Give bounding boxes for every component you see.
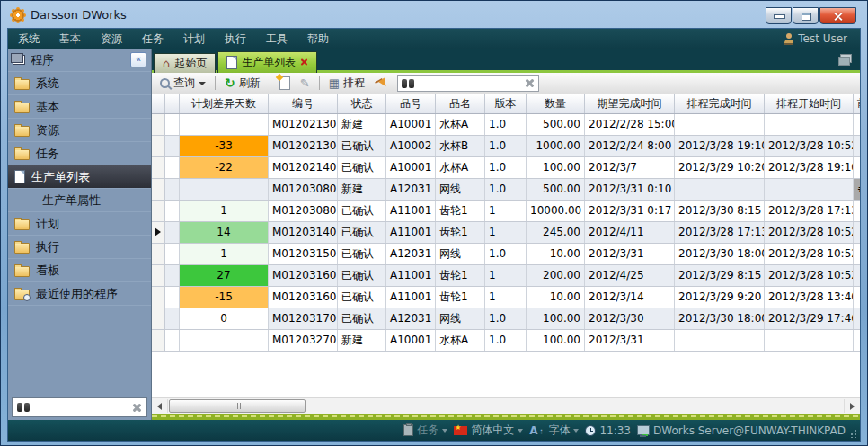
table-cell[interactable]: A11001: [386, 265, 436, 286]
table-cell[interactable]: 网线: [436, 244, 485, 264]
table-cell[interactable]: M012031602: [269, 287, 338, 308]
new-button[interactable]: [277, 76, 293, 91]
menu-item[interactable]: 系统: [8, 32, 49, 45]
table-cell[interactable]: 2012/4/25: [585, 265, 675, 286]
resize-grip[interactable]: [848, 429, 857, 438]
table-cell[interactable]: 100.00: [527, 157, 585, 178]
table-cell[interactable]: M012032701: [269, 330, 338, 351]
table-cell[interactable]: 齿轮1: [436, 265, 485, 286]
toolbar-search-clear-icon[interactable]: [525, 78, 535, 88]
table-cell[interactable]: [854, 114, 860, 135]
table-cell[interactable]: 1.0: [485, 114, 527, 135]
table-cell[interactable]: 1.0: [485, 308, 527, 329]
row-selector-cell[interactable]: [152, 114, 165, 135]
table-row[interactable]: 14M012031402已确认A11001齿轮11245.002012/4/11…: [152, 222, 860, 244]
column-header[interactable]: 版本: [485, 94, 527, 113]
table-cell[interactable]: M012021401: [269, 157, 338, 178]
scroll-left-button[interactable]: [152, 399, 168, 413]
table-cell[interactable]: 1: [485, 287, 527, 308]
table-cell[interactable]: 已确认: [338, 287, 386, 308]
sidebar-collapse-button[interactable]: [130, 52, 146, 67]
table-cell[interactable]: 已确认: [338, 157, 386, 178]
table-row[interactable]: M012030801新建A12031网线1.0500.002012/3/31 0…: [152, 179, 860, 201]
table-cell[interactable]: A12031: [386, 179, 436, 200]
row-selector-cell[interactable]: [152, 265, 165, 286]
query-button[interactable]: 查询: [157, 75, 208, 92]
row-selector-cell[interactable]: [152, 330, 165, 351]
table-cell[interactable]: A11001: [386, 222, 436, 243]
column-header[interactable]: 状态: [338, 94, 386, 113]
table-cell[interactable]: 水杯A: [436, 330, 485, 351]
close-button[interactable]: [819, 7, 856, 24]
row-selector-cell[interactable]: [152, 308, 165, 329]
table-cell[interactable]: 齿轮1: [436, 222, 485, 243]
table-cell[interactable]: M012031501: [269, 244, 338, 264]
row-selector-cell[interactable]: [152, 287, 165, 308]
tab-close-icon[interactable]: [300, 58, 308, 67]
table-row[interactable]: -33M012021302已确认A10002水杯B1.01000.002012/…: [152, 136, 860, 157]
table-cell[interactable]: 2012/3/29 17:46: [765, 308, 854, 329]
table-row[interactable]: -15M012031602已确认A11001齿轮1110.002012/3/14…: [152, 287, 860, 308]
table-cell[interactable]: 已确认: [338, 265, 386, 286]
row-selector-cell[interactable]: [152, 201, 165, 221]
table-cell[interactable]: [854, 265, 860, 286]
horizontal-scrollbar[interactable]: [152, 397, 860, 414]
column-header[interactable]: 期望完成时间: [585, 94, 675, 113]
table-cell[interactable]: A10001: [386, 114, 436, 135]
clear-schedule-button[interactable]: [372, 76, 391, 91]
column-header[interactable]: 品名: [436, 94, 485, 113]
table-cell[interactable]: A11001: [386, 287, 436, 308]
maximize-button[interactable]: [793, 7, 819, 24]
table-cell[interactable]: 2012/3/30 18:00: [675, 308, 765, 329]
table-cell[interactable]: 2012/3/31 0:10: [585, 179, 675, 200]
sidebar-search-clear-icon[interactable]: [132, 403, 142, 413]
table-cell[interactable]: 1000.00: [527, 136, 585, 156]
table-cell[interactable]: -15: [180, 287, 269, 308]
table-cell[interactable]: M012030801: [269, 179, 338, 200]
window-list-icon[interactable]: [840, 54, 852, 63]
menu-item[interactable]: 任务: [132, 32, 173, 45]
table-cell[interactable]: 2012/3/30: [585, 308, 675, 329]
table-cell[interactable]: 27: [180, 265, 269, 286]
table-cell[interactable]: 2012/3/28 10:52: [765, 136, 854, 156]
sidebar-item[interactable]: 系统: [8, 72, 151, 95]
table-cell[interactable]: 10.00: [527, 244, 585, 264]
table-cell[interactable]: 1: [485, 201, 527, 221]
table-cell[interactable]: 10000.00: [527, 201, 585, 221]
table-cell[interactable]: 水杯B: [436, 136, 485, 156]
refresh-button[interactable]: 刷新: [222, 75, 263, 92]
table-cell[interactable]: 2012/3/14: [585, 287, 675, 308]
sidebar-item[interactable]: 执行: [8, 236, 151, 259]
table-cell[interactable]: 2012/3/28 19:10: [765, 157, 854, 178]
table-cell[interactable]: [180, 179, 269, 200]
table-row[interactable]: 1M012030802已确认A11001齿轮1110000.002012/3/3…: [152, 201, 860, 222]
table-cell[interactable]: 已确认: [338, 222, 386, 243]
table-cell[interactable]: 1: [485, 222, 527, 243]
column-header[interactable]: 计划差异天数: [180, 94, 269, 113]
table-cell[interactable]: 100.00: [527, 330, 585, 351]
table-cell[interactable]: [180, 330, 269, 351]
table-cell[interactable]: 2012/3/28 13:40: [765, 287, 854, 308]
table-cell[interactable]: 2012/3/31 0:17: [585, 201, 675, 221]
font-dropdown[interactable]: A 字体: [529, 423, 579, 438]
table-cell[interactable]: 200.00: [527, 265, 585, 286]
table-cell[interactable]: 1: [485, 265, 527, 286]
edit-button[interactable]: [297, 76, 313, 91]
title-bar[interactable]: Darsson DWorks: [1, 1, 867, 29]
column-header[interactable]: 排程完成时间: [675, 94, 765, 113]
table-cell[interactable]: A10001: [386, 157, 436, 178]
table-cell[interactable]: 245.00: [527, 222, 585, 243]
table-cell[interactable]: 2012/3/29 8:15: [675, 265, 765, 286]
table-cell[interactable]: 2012/3/28 10:52: [765, 222, 854, 243]
table-cell[interactable]: [765, 179, 854, 200]
scrollbar-thumb[interactable]: [169, 399, 306, 413]
menu-item[interactable]: 计划: [173, 32, 215, 45]
task-dropdown[interactable]: 任务: [403, 423, 447, 438]
table-cell[interactable]: 14: [180, 222, 269, 243]
table-cell[interactable]: 新建: [338, 179, 386, 200]
table-cell[interactable]: 2012/3/7: [585, 157, 675, 178]
menu-item[interactable]: 工具: [256, 32, 297, 45]
row-selector-cell[interactable]: [152, 157, 165, 178]
table-cell[interactable]: 已确认: [338, 244, 386, 264]
table-cell[interactable]: M012030802: [269, 201, 338, 221]
